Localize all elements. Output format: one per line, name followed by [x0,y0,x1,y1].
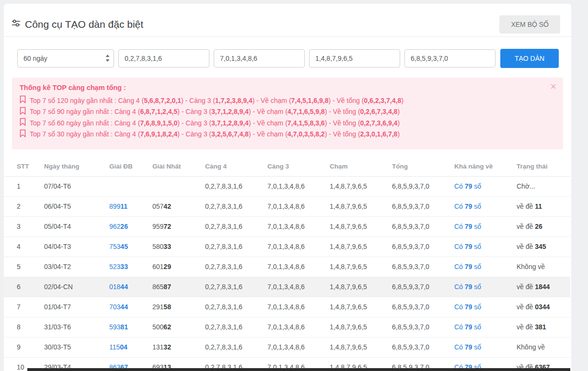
cell-kha-nang[interactable]: Có 79 số [454,196,517,216]
view-set-button[interactable]: XEM BỘ SỐ [499,15,560,34]
cell-stt: 1 [4,176,44,196]
page-header: Công cụ TẠO dàn đặc biệt XEM BỘ SỐ [4,4,571,36]
table-row[interactable]: 5 03/04-T2 52333 60129 0,2,7,8,3,1,6 7,0… [4,257,570,277]
cell-g1: 58033 [152,236,205,257]
table-row[interactable]: 6 02/04-CN 01844 86587 0,2,7,8,3,1,6 7,0… [4,277,570,297]
cell-kha-nang[interactable]: Có 79 số [454,337,517,357]
cell-cang3: 7,0,1,3,4,8,6 [267,176,330,196]
table-row[interactable]: 3 05/04-T4 96226 95972 0,2,7,8,3,1,6 7,0… [4,216,570,236]
cell-gdb[interactable]: 96226 [109,216,152,236]
cell-cang4: 0,2,7,8,3,1,6 [205,196,267,216]
cell-kha-nang[interactable]: Có 79 số [454,216,517,236]
period-select[interactable]: 60 ngày [17,49,114,67]
stat-text: Top 7 số 120 ngày gần nhất : Càng 4 ( [30,95,144,106]
cell-g1: 29158 [152,297,205,317]
cang4-input[interactable] [118,49,209,67]
cell-cham: 1,4,8,7,9,6,5 [330,277,392,297]
cell-kha-nang[interactable]: Có 79 số [454,257,517,277]
cell-date: 02/04-CN [44,277,109,297]
stat-text: ) [397,106,400,117]
cell-tong: 6,8,5,9,3,7,0 [392,297,454,317]
table-row[interactable]: 2 06/04-T5 89911 05742 0,2,7,8,3,1,6 7,0… [4,196,570,216]
bookmark-icon [20,118,26,129]
bookmark-icon [20,129,26,141]
cell-stt: 7 [4,297,44,317]
tong-input[interactable] [404,49,496,67]
stat-text: ) - Về tổng ( [325,118,360,129]
cell-kha-nang[interactable]: Có 79 số [454,236,517,257]
close-icon[interactable]: × [550,81,556,92]
col-tong: Tổng [392,157,454,176]
cell-gdb[interactable] [109,176,152,196]
cell-gdb[interactable]: 70344 [109,297,152,317]
cell-cang3: 7,0,1,3,4,8,6 [267,337,330,357]
col-cham: Chạm [330,157,392,176]
cell-kha-nang[interactable]: Có 79 số [454,317,517,337]
cell-tong: 6,8,5,9,3,7,0 [392,196,454,216]
stat-tong-values: 0,2,6,7,3,4,8 [360,106,398,117]
cham-input[interactable] [309,49,400,67]
cell-gdb[interactable]: 89911 [109,196,152,216]
page-title-wrap: Công cụ TẠO dàn đặc biệt [12,19,143,30]
cell-cham: 1,4,8,7,9,6,5 [330,337,392,357]
cell-cang4: 0,2,7,8,3,1,6 [205,297,267,317]
stat-text: ) - Về chạm ( [253,95,291,106]
cell-date: 04/04-T3 [44,236,109,257]
cell-kha-nang[interactable]: Có 79 số [454,297,517,317]
table-row[interactable]: 8 31/03-T6 59381 50062 0,2,7,8,3,1,6 7,0… [4,317,570,337]
stat-text: ) - Về tổng ( [325,106,360,117]
cell-tong: 6,8,5,9,3,7,0 [392,337,454,357]
cell-date: 05/04-T4 [44,216,109,236]
period-select-wrap: 60 ngày [17,49,114,67]
cell-date: 30/03-T5 [44,337,109,357]
stats-lines: Top 7 số 120 ngày gần nhất : Càng 4 ( 5,… [20,95,555,140]
cell-cang4: 0,2,7,8,3,1,6 [205,216,267,236]
cell-kha-nang[interactable]: Có 79 số [454,176,517,196]
cell-tong: 6,8,5,9,3,7,0 [392,176,454,196]
cell-stt: 4 [4,236,44,257]
cell-cang4: 0,2,7,8,3,1,6 [205,277,267,297]
stat-text: ) - Càng 3 ( [181,95,215,106]
bookmark-icon [20,95,26,107]
cell-g1: 05742 [152,196,205,216]
main-panel: Công cụ TẠO dàn đặc biệt XEM BỘ SỐ 60 ng… [4,4,571,371]
stat-cham-values: 7,4,5,1,6,9,8 [291,95,329,106]
cell-kha-nang[interactable]: Có 79 số [454,277,517,297]
cell-cang4: 0,2,7,8,3,1,6 [205,337,267,357]
cell-cang3: 7,0,1,3,4,8,6 [267,257,330,277]
cell-g1: 95972 [152,216,205,236]
stat-cang4-values: 6,8,7,1,2,4,5 [140,106,177,117]
stat-text: ) - Về chạm ( [249,129,288,140]
cell-gdb[interactable]: 75345 [109,236,152,257]
stat-cang3-values: 3,7,1,2,8,9,4 [211,106,249,117]
bottom-dark-strip [27,368,570,371]
cell-cham: 1,4,8,7,9,6,5 [330,317,392,337]
stats-line: Top 7 số 30 ngày gần nhất : Càng 4 ( 7,6… [20,129,555,140]
table-row[interactable]: 4 04/04-T3 75345 58033 0,2,7,8,3,1,6 7,0… [4,236,570,257]
cell-stt: 3 [4,216,44,236]
cang3-input[interactable] [214,49,305,67]
cell-gdb[interactable]: 01844 [109,277,152,297]
table-header-row: STT Ngày tháng Giải ĐB Giải Nhất Càng 4 … [4,157,570,176]
table-row[interactable]: 9 30/03-T5 11504 13132 0,2,7,8,3,1,6 7,0… [4,337,570,357]
cell-cang3: 7,0,1,3,4,8,6 [267,236,330,257]
cell-gdb[interactable]: 11504 [109,337,152,357]
col-g1: Giải Nhất [152,157,205,176]
table-row[interactable]: 1 07/04-T6 0,2,7,8,3,1,6 7,0,1,3,4,8,6 1… [4,176,570,196]
cell-stt: 6 [4,277,44,297]
cell-cham: 1,4,8,7,9,6,5 [330,196,392,216]
stat-text: Top 7 số 90 ngày gần nhất : Càng 4 ( [30,106,140,117]
cell-cham: 1,4,8,7,9,6,5 [330,216,392,236]
cell-gdb[interactable]: 59381 [109,317,152,337]
cell-trang-thai: về đề 345 [517,236,570,257]
cell-cang3: 7,0,1,3,4,8,6 [267,317,330,337]
cell-cang3: 7,0,1,3,4,8,6 [267,297,330,317]
cell-gdb[interactable]: 52333 [109,257,152,277]
cell-trang-thai: về đề 381 [517,317,570,337]
create-set-button[interactable]: TẠO DÀN [500,49,559,68]
cell-trang-thai: về đề 26 [517,216,570,236]
stat-tong-values: 0,6,2,3,7,4,8 [364,95,401,106]
cell-cang4: 0,2,7,8,3,1,6 [205,317,267,337]
table-row[interactable]: 7 01/04-T7 70344 29158 0,2,7,8,3,1,6 7,0… [4,297,570,317]
stat-text: ) [397,118,400,129]
